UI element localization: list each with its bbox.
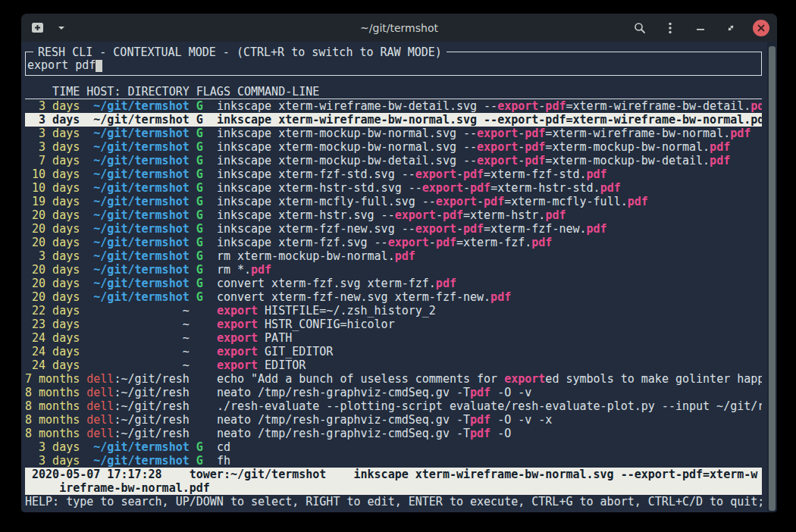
row-directory: ~/git/termshot <box>93 167 189 181</box>
history-row[interactable]: 3 days ~/git/termshot G rm xterm-mockup-… <box>25 249 762 263</box>
restore-button[interactable] <box>722 20 739 36</box>
row-time: 24 days <box>25 331 80 345</box>
row-command-segment: =xterm-wireframe-bw-normal. <box>545 127 730 140</box>
row-command-segment: pdf <box>525 154 545 167</box>
row-directory: ~/git/termshot <box>93 440 189 454</box>
row-command-segment: fh <box>217 454 230 468</box>
history-row[interactable]: 10 days ~/git/termshot G inkscape xterm-… <box>25 167 762 181</box>
row-command-segment: inkscape xterm-mockup-bw-normal.svg -- <box>217 127 477 140</box>
history-row[interactable]: 20 days ~/git/termshot G inkscape xterm-… <box>25 236 762 249</box>
row-command-segment: pdf <box>628 195 648 208</box>
row-time: 3 days <box>25 249 80 263</box>
row-directory: ~ <box>183 358 190 372</box>
close-icon <box>757 22 765 34</box>
row-command-segment: export <box>436 195 477 208</box>
close-button[interactable] <box>753 20 769 36</box>
minimize-icon <box>696 23 705 33</box>
row-command-segment: pdf <box>525 127 545 140</box>
row-command-segment: pdf <box>730 127 751 140</box>
row-directory: ~/git/termshot <box>93 154 189 167</box>
row-command-segment: =xterm-wireframe-bw-normal. <box>566 113 751 127</box>
history-row[interactable]: 8 months dell:~/git/resh neato /tmp/resh… <box>25 413 762 427</box>
row-directory: ~ <box>183 331 190 345</box>
scrollbar-thumb[interactable] <box>769 46 776 511</box>
row-command-segment: pdf <box>545 99 566 113</box>
history-row[interactable]: 20 days ~/git/termshot G rm *.pdf <box>25 263 762 277</box>
row-time: 23 days <box>25 318 80 331</box>
history-row[interactable]: 22 days ~ export HISTFILE=~/.zsh_history… <box>25 304 762 318</box>
row-time: 24 days <box>25 345 80 358</box>
history-row[interactable]: 7 days ~/git/termshot G inkscape xterm-m… <box>25 154 762 167</box>
row-time: 10 days <box>25 167 80 181</box>
row-directory: ~/git/termshot <box>93 236 189 249</box>
row-command-segment: - <box>518 154 525 167</box>
history-row[interactable]: 24 days ~ export EDITOR <box>25 358 762 372</box>
row-command-segment: convert xterm-fzf.svg xterm-fzf. <box>217 277 436 290</box>
row-command-segment: pdf <box>531 236 552 249</box>
history-row[interactable]: 3 days ~/git/termshot G inkscape xterm-m… <box>25 140 762 154</box>
row-time: 20 days <box>25 277 80 290</box>
history-row[interactable]: 20 days ~/git/termshot G inkscape xterm-… <box>25 208 762 222</box>
history-row[interactable]: 23 days ~ export HSTR_CONFIG=hicolor <box>25 318 762 331</box>
row-command-segment: neato /tmp/resh-graphviz-cmdSeq.gv -T <box>217 427 470 440</box>
terminal-window: ~/git/termshot <box>21 14 777 512</box>
row-flags: G <box>196 99 203 113</box>
row-command-segment: cd <box>217 440 230 454</box>
history-row[interactable]: 20 days ~/git/termshot G convert xterm-f… <box>25 290 762 304</box>
row-directory: ~/git/termshot <box>93 99 189 113</box>
history-row[interactable]: 24 days ~ export PATH <box>25 331 762 345</box>
row-host: dell <box>86 427 114 440</box>
row-command-segment: pdf <box>436 236 456 249</box>
row-command-segment: =xterm-fzf. <box>456 236 531 249</box>
row-time: 8 months <box>25 427 80 440</box>
search-icon <box>634 22 646 34</box>
row-command-segment: =xterm-mockup-bw-normal. <box>545 140 710 154</box>
row-flags <box>196 345 203 358</box>
row-command-segment: inkscape xterm-wireframe-bw-detail.svg -… <box>217 99 497 113</box>
history-row[interactable]: 3 days ~/git/termshot G cd <box>25 440 762 454</box>
new-tab-button[interactable] <box>29 20 45 36</box>
row-command-segment: export <box>217 318 258 331</box>
tab-menu-button[interactable] <box>53 20 70 36</box>
history-row[interactable]: 7 months dell:~/git/resh echo "Add a bun… <box>25 372 762 386</box>
search-button[interactable] <box>631 20 648 36</box>
history-row[interactable]: 24 days ~ export GIT_EDITOR <box>25 345 762 358</box>
history-row[interactable]: 8 months dell:~/git/resh neato /tmp/resh… <box>25 386 762 399</box>
row-command-segment: ed symbols to make golinter happ <box>545 372 762 386</box>
row-command-segment: export <box>477 154 518 167</box>
row-command-segment: export <box>395 208 436 222</box>
minimize-button[interactable] <box>692 20 709 36</box>
row-directory: ~/git/resh <box>121 427 189 440</box>
history-row[interactable]: 3 days ~/git/termshot G inkscape xterm-w… <box>25 113 762 127</box>
row-directory: ~/git/termshot <box>93 208 189 222</box>
row-command-segment: inkscape xterm-hstr.svg -- <box>217 208 395 222</box>
row-command-segment: pdf <box>470 181 490 195</box>
row-flags <box>196 386 203 399</box>
history-row[interactable]: 20 days ~/git/termshot G inkscape xterm-… <box>25 222 762 236</box>
terminal-screen[interactable]: RESH CLI - CONTEXTUAL MODE - (CTRL+R to … <box>21 42 777 512</box>
menu-button[interactable] <box>662 20 678 36</box>
row-flags: G <box>196 263 203 277</box>
row-flags <box>196 413 203 427</box>
row-directory: ~/git/termshot <box>93 454 189 468</box>
history-row[interactable]: 3 days ~/git/termshot G inkscape xterm-m… <box>25 127 762 140</box>
row-command-segment: - <box>456 167 463 181</box>
history-row[interactable]: 3 days ~/git/termshot G fh <box>25 454 762 468</box>
history-row[interactable]: 3 days ~/git/termshot G inkscape xterm-w… <box>25 99 762 113</box>
history-row[interactable]: 19 days ~/git/termshot G inkscape xterm-… <box>25 195 762 208</box>
history-row[interactable]: 10 days ~/git/termshot G inkscape xterm-… <box>25 181 762 195</box>
row-command-segment: pdf <box>545 113 566 127</box>
row-time: 20 days <box>25 208 80 222</box>
row-command-segment: =xterm-wireframe-bw-detail. <box>566 99 751 113</box>
scrollbar[interactable] <box>767 42 777 512</box>
row-command-segment: pdf <box>710 154 730 167</box>
text-cursor <box>96 60 102 72</box>
titlebar[interactable]: ~/git/termshot <box>21 14 777 42</box>
row-flags: G <box>196 236 203 249</box>
row-command-segment: export <box>217 345 258 358</box>
history-row[interactable]: 8 months dell:~/git/resh neato /tmp/resh… <box>25 427 762 440</box>
row-directory: ~/git/resh <box>121 386 189 399</box>
history-row[interactable]: 20 days ~/git/termshot G convert xterm-f… <box>25 277 762 290</box>
row-command-segment: export <box>415 222 456 236</box>
history-row[interactable]: 8 months dell:~/git/resh ./resh-evaluate… <box>25 399 762 413</box>
